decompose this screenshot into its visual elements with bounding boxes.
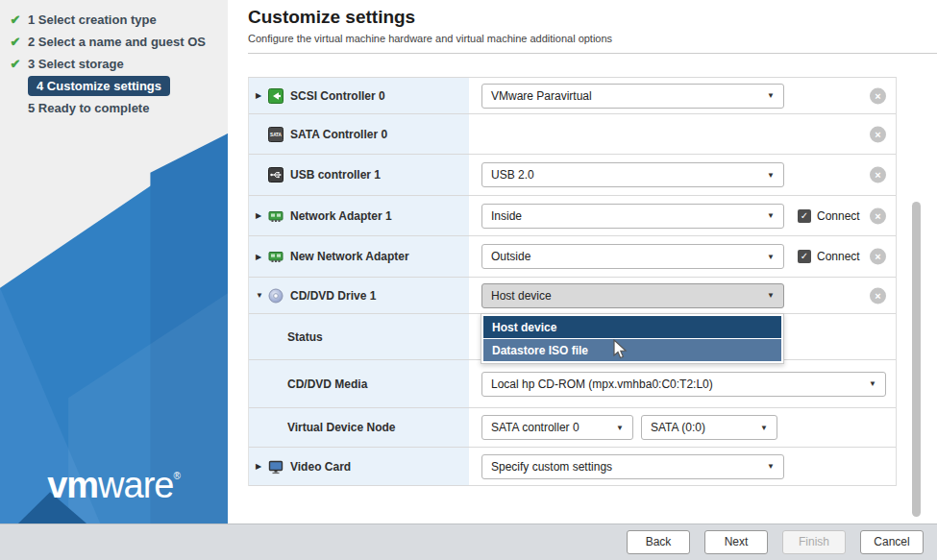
check-icon	[8, 12, 23, 27]
checkbox-checked-icon[interactable]: ✓	[798, 209, 811, 223]
cd-dvd-source-dropdown: Host device Datastore ISO file	[481, 313, 784, 364]
check-icon	[8, 57, 23, 71]
remove-device-button[interactable]: ×	[870, 126, 886, 142]
expand-arrow-icon[interactable]: ▶	[256, 211, 268, 220]
selected-value: Inside	[491, 209, 522, 223]
sub-setting-label: CD/DVD Media	[287, 377, 367, 391]
wizard-steps: 1 Select creation type 2 Select a name a…	[0, 0, 228, 119]
remove-device-button[interactable]: ×	[870, 287, 886, 304]
vmware-logo-ware: ware	[98, 465, 173, 505]
caret-down-icon: ▼	[767, 462, 775, 471]
cancel-button[interactable]: Cancel	[860, 530, 924, 554]
connect-checkbox-group[interactable]: ✓ Connect	[798, 250, 860, 263]
row-video-card: ▶ Video Card Specify custom settings ▼	[249, 448, 896, 486]
dropdown-option-datastore-iso[interactable]: Datastore ISO file	[483, 339, 781, 361]
controller-select[interactable]: SATA controller 0 ▼	[481, 415, 633, 440]
usb-icon	[268, 167, 284, 183]
usb-version-select[interactable]: USB 2.0 ▼	[481, 162, 784, 187]
network-adapter-1-label-cell: ▶ Network Adapter 1	[249, 196, 469, 235]
video-card-icon	[268, 459, 284, 475]
step-select-name-guest-os[interactable]: 2 Select a name and guest OS	[0, 31, 228, 53]
vmware-logo-vm: vm	[47, 465, 98, 505]
vertical-scrollbar-thumb[interactable]	[912, 202, 921, 517]
row-network-adapter-1: ▶ Network Adapter 1 Inside ▼ ✓ Connect ×	[249, 196, 896, 236]
remove-device-button[interactable]: ×	[870, 167, 886, 183]
cd-dvd-source-select-open[interactable]: Host device ▼	[481, 283, 784, 308]
connect-label: Connect	[817, 209, 860, 223]
device-label: USB controller 1	[290, 168, 381, 182]
expand-arrow-icon[interactable]: ▶	[256, 253, 268, 261]
expand-arrow-icon[interactable]: ▶	[256, 462, 268, 471]
selected-value: USB 2.0	[491, 168, 534, 182]
dropdown-option-host-device[interactable]: Host device	[483, 316, 781, 338]
step-label: 1 Select creation type	[28, 12, 157, 27]
scsi-type-select[interactable]: VMware Paravirtual ▼	[481, 84, 784, 109]
video-settings-select[interactable]: Specify custom settings ▼	[481, 454, 784, 479]
finish-button: Finish	[782, 530, 846, 554]
wizard-footer: Back Next Finish Cancel	[0, 523, 937, 560]
virtual-device-node-content-cell: SATA controller 0 ▼ SATA (0:0) ▼	[469, 408, 896, 447]
new-network-portgroup-select[interactable]: Outside ▼	[481, 244, 784, 269]
caret-down-icon: ▼	[767, 291, 775, 300]
video-card-content-cell: Specify custom settings ▼	[469, 448, 896, 485]
connect-label: Connect	[817, 250, 860, 263]
check-icon	[8, 35, 23, 49]
customize-settings-panel: Customize settings Configure the virtual…	[228, 0, 937, 523]
row-cd-dvd-media: CD/DVD Media Local hp CD-ROM (mpx.vmhba0…	[249, 360, 896, 408]
cd-dvd-media-label-cell: CD/DVD Media	[249, 360, 469, 407]
vmware-logo-reg: ®	[173, 471, 180, 481]
network-adapter-1-content-cell: Inside ▼ ✓ Connect ×	[469, 196, 896, 235]
cd-dvd-drive-content-cell: Host device ▼ ×	[469, 278, 896, 313]
remove-device-button[interactable]: ×	[870, 249, 886, 265]
device-label: Video Card	[290, 460, 351, 474]
cd-dvd-media-select[interactable]: Local hp CD-ROM (mpx.vmhba0:C0:T2:L0) ▼	[481, 372, 886, 397]
hardware-settings-table: ▶ SCSI Controller 0 VMware Paravirtual ▼…	[248, 77, 897, 486]
step-select-storage[interactable]: 3 Select storage	[0, 53, 228, 75]
selected-value: SATA (0:0)	[651, 421, 705, 434]
vmware-logo: vmware®	[0, 465, 228, 506]
row-virtual-device-node: Virtual Device Node SATA controller 0 ▼ …	[249, 408, 896, 448]
row-usb-controller-1: USB controller 1 USB 2.0 ▼ ×	[249, 155, 896, 196]
step-select-creation-type[interactable]: 1 Select creation type	[0, 9, 228, 31]
scsi-controller-content-cell: VMware Paravirtual ▼ ×	[469, 78, 896, 113]
device-label: SATA Controller 0	[290, 128, 387, 141]
sub-setting-label: Virtual Device Node	[287, 421, 396, 434]
device-label: CD/DVD Drive 1	[290, 289, 376, 303]
remove-device-button[interactable]: ×	[870, 87, 886, 104]
checkbox-checked-icon[interactable]: ✓	[798, 250, 811, 263]
remove-device-button[interactable]: ×	[870, 207, 886, 224]
caret-down-icon: ▼	[616, 424, 624, 432]
new-network-adapter-label-cell: ▶ New Network Adapter	[249, 236, 469, 277]
page-subtitle: Configure the virtual machine hardware a…	[248, 33, 937, 45]
selected-value: Specify custom settings	[491, 460, 612, 474]
mouse-cursor	[613, 339, 629, 360]
row-new-network-adapter: ▶ New Network Adapter Outside ▼ ✓ Connec…	[249, 236, 896, 278]
selected-value: Local hp CD-ROM (mpx.vmhba0:C0:T2:L0)	[491, 377, 713, 391]
selected-value: Outside	[491, 250, 530, 263]
connect-checkbox-group[interactable]: ✓ Connect	[798, 209, 860, 223]
device-label: SCSI Controller 0	[290, 89, 385, 103]
network-icon	[268, 208, 284, 224]
scsi-controller-label-cell: ▶ SCSI Controller 0	[249, 78, 469, 113]
cd-dvd-drive-label-cell: ▼ CD/DVD Drive 1	[249, 278, 469, 313]
sata-controller-content-cell: ×	[469, 114, 896, 154]
node-select[interactable]: SATA (0:0) ▼	[641, 415, 777, 440]
next-button[interactable]: Next	[704, 530, 768, 554]
row-sata-controller-0: SATA SATA Controller 0 ×	[249, 114, 896, 155]
caret-down-icon: ▼	[869, 379, 876, 388]
svg-text:SATA: SATA	[270, 133, 283, 137]
collapse-arrow-icon[interactable]: ▼	[256, 291, 268, 300]
step-customize-settings-active[interactable]: 4 Customize settings	[0, 75, 228, 97]
network-icon	[268, 249, 284, 264]
caret-down-icon: ▼	[767, 253, 775, 261]
cd-icon	[268, 288, 284, 304]
expand-arrow-icon[interactable]: ▶	[256, 91, 268, 100]
caret-down-icon: ▼	[760, 424, 768, 432]
step-label: 3 Select storage	[28, 57, 124, 71]
step-ready-to-complete[interactable]: 5 Ready to complete	[0, 97, 228, 119]
back-button[interactable]: Back	[627, 530, 690, 554]
new-network-adapter-content-cell: Outside ▼ ✓ Connect ×	[469, 236, 896, 277]
cd-dvd-media-content-cell: Local hp CD-ROM (mpx.vmhba0:C0:T2:L0) ▼	[469, 360, 896, 407]
network-1-portgroup-select[interactable]: Inside ▼	[481, 204, 784, 229]
virtual-device-node-label-cell: Virtual Device Node	[249, 408, 469, 447]
